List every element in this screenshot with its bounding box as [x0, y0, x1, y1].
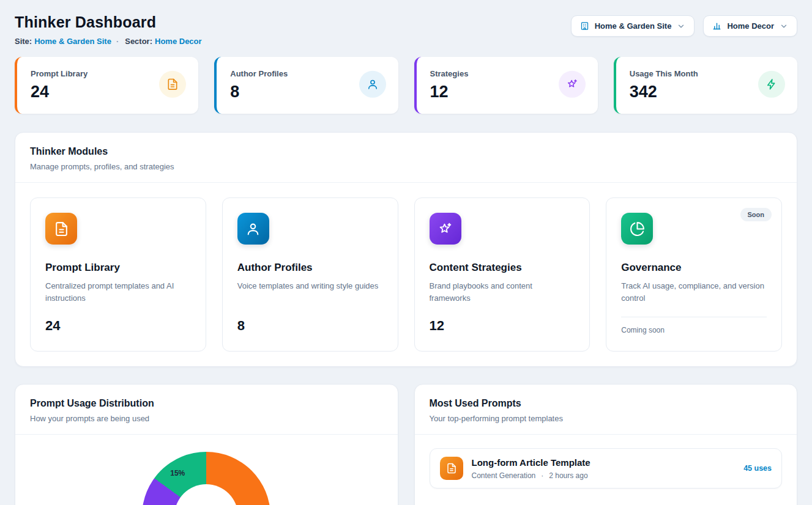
separator-dot: ·	[116, 37, 119, 46]
header: Thinker Dashboard Site:Home & Garden Sit…	[15, 11, 797, 46]
sector-selector-label: Home Decor	[727, 21, 774, 31]
document-icon	[440, 457, 463, 480]
stat-card-usage: Usage This Month 342	[614, 57, 797, 114]
coming-soon-label: Coming soon	[621, 326, 665, 334]
module-card-author-profiles[interactable]: Author Profiles Voice templates and writ…	[222, 197, 398, 352]
prompts-panel-header: Most Used Prompts Your top-performing pr…	[415, 385, 797, 434]
prompts-panel-subtitle: Your top-performing prompt templates	[430, 414, 783, 423]
stats-row: Prompt Library 24 Author Profiles 8 Stra…	[15, 57, 797, 114]
list-item[interactable]: Long-form Article Template Content Gener…	[430, 448, 783, 488]
dashboard-page: Thinker Dashboard Site:Home & Garden Sit…	[0, 0, 812, 505]
prompt-info: Long-form Article Template Content Gener…	[472, 457, 736, 480]
site-selector-dropdown[interactable]: Home & Garden Site	[571, 15, 695, 37]
stat-card-strategies: Strategies 12	[414, 57, 598, 114]
donut-chart: 15%	[142, 452, 270, 505]
modules-title: Thinker Modules	[30, 146, 782, 157]
sector-label: Sector:	[125, 37, 152, 46]
lightning-icon	[758, 70, 785, 97]
modules-header: Thinker Modules Manage prompts, profiles…	[15, 133, 797, 182]
site-selector-label: Home & Garden Site	[595, 21, 672, 31]
prompt-title: Long-form Article Template	[472, 457, 736, 468]
usage-panel-title: Prompt Usage Distribution	[30, 398, 383, 409]
divider	[621, 317, 767, 317]
separator-dot: ·	[541, 471, 543, 480]
header-left: Thinker Dashboard Site:Home & Garden Sit…	[15, 11, 202, 46]
module-count: 12	[430, 318, 444, 334]
prompt-time: 2 hours ago	[549, 471, 587, 480]
prompt-meta: Content Generation · 2 hours ago	[472, 471, 736, 480]
chevron-down-icon	[780, 22, 788, 31]
prompts-panel-title: Most Used Prompts	[430, 398, 783, 409]
module-description: Track AI usage, compliance, and version …	[621, 280, 767, 304]
document-icon	[159, 70, 186, 97]
module-title: Author Profiles	[237, 262, 313, 274]
module-title: Content Strategies	[430, 262, 522, 274]
module-title: Prompt Library	[45, 262, 120, 274]
modules-subtitle: Manage prompts, profiles, and strategies	[30, 162, 782, 171]
sparkle-star-icon	[430, 213, 461, 245]
user-icon	[237, 213, 269, 245]
stat-card-author-profiles: Author Profiles 8	[214, 57, 398, 114]
module-count: 8	[237, 318, 245, 334]
module-count: 24	[45, 318, 60, 334]
thinker-modules-panel: Thinker Modules Manage prompts, profiles…	[15, 132, 797, 367]
chevron-down-icon	[677, 22, 685, 31]
most-used-prompts-panel: Most Used Prompts Your top-performing pr…	[414, 384, 798, 505]
prompt-category: Content Generation	[472, 471, 536, 480]
breadcrumb: Site:Home & Garden Site·Sector:Home Deco…	[15, 37, 202, 46]
module-description: Brand playbooks and content frameworks	[430, 280, 575, 304]
user-icon	[359, 70, 386, 97]
chart-area: 15%	[15, 435, 398, 505]
sparkle-star-icon	[559, 70, 586, 97]
header-selectors: Home & Garden Site Home Decor	[571, 15, 797, 37]
usage-distribution-panel: Prompt Usage Distribution How your promp…	[15, 384, 398, 505]
module-description: Voice templates and writing style guides	[237, 280, 379, 304]
bar-chart-icon	[712, 21, 721, 31]
prompt-list: Long-form Article Template Content Gener…	[415, 435, 797, 502]
module-title: Governance	[621, 262, 681, 274]
site-label: Site:	[15, 37, 32, 46]
usage-panel-header: Prompt Usage Distribution How your promp…	[15, 385, 398, 434]
bottom-row: Prompt Usage Distribution How your promp…	[15, 384, 797, 505]
module-card-content-strategies[interactable]: Content Strategies Brand playbooks and c…	[414, 197, 590, 352]
donut-segment-label: 15%	[170, 469, 185, 477]
building-icon	[580, 21, 589, 31]
prompt-uses-badge: 45 uses	[743, 464, 772, 473]
module-description: Centralized prompt templates and AI inst…	[45, 280, 191, 304]
site-link[interactable]: Home & Garden Site	[34, 37, 111, 46]
usage-panel-subtitle: How your prompts are being used	[30, 414, 383, 423]
stat-card-prompt-library: Prompt Library 24	[15, 57, 198, 114]
module-card-governance[interactable]: Soon Governance Track AI usage, complian…	[606, 197, 782, 352]
sector-link[interactable]: Home Decor	[155, 37, 202, 46]
module-card-prompt-library[interactable]: Prompt Library Centralized prompt templa…	[30, 197, 206, 352]
document-icon	[45, 213, 77, 245]
modules-grid: Prompt Library Centralized prompt templa…	[15, 183, 797, 366]
pie-chart-icon	[621, 213, 653, 245]
soon-badge: Soon	[740, 208, 772, 221]
page-title: Thinker Dashboard	[15, 13, 202, 31]
sector-selector-dropdown[interactable]: Home Decor	[703, 15, 797, 37]
